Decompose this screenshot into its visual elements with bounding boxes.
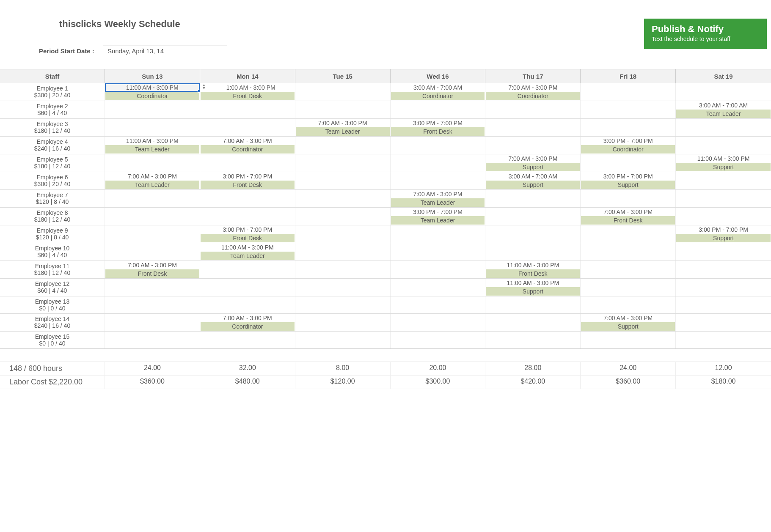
shift-cell[interactable] [676,243,771,261]
shift-cell[interactable] [391,261,486,278]
shift-role[interactable]: Front Desk [581,216,675,225]
shift-cell[interactable] [105,279,200,296]
shift-cell[interactable] [391,296,486,313]
shift-cell[interactable]: 1:00 AM - 3:00 PM▲▼Front Desk [200,83,295,101]
shift-cell[interactable] [105,332,200,348]
shift-cell[interactable] [581,119,676,136]
shift-cell[interactable] [295,261,391,278]
shift-cell[interactable] [391,279,486,296]
shift-time[interactable]: 7:00 AM - 3:00 PM [485,154,580,163]
shift-cell[interactable] [485,190,581,207]
shift-time[interactable]: 11:00 AM - 3:00 PM [200,243,295,252]
shift-time[interactable]: 3:00 PM - 7:00 PM [581,172,675,181]
shift-cell[interactable]: 3:00 AM - 7:00 AMSupport [485,172,581,189]
shift-cell[interactable] [676,137,771,154]
shift-time[interactable]: 7:00 AM - 3:00 PM [200,314,295,322]
shift-cell[interactable] [391,137,486,154]
shift-cell[interactable] [581,190,676,207]
shift-cell[interactable] [391,243,486,261]
shift-time[interactable]: 11:00 AM - 3:00 PM [105,137,200,145]
shift-time[interactable]: 7:00 AM - 3:00 PM [105,261,200,269]
shift-cell[interactable] [295,296,391,313]
shift-time[interactable]: 11:00 AM - 3:00 PM [105,83,200,92]
shift-cell[interactable]: 7:00 AM - 3:00 PMSupport [581,314,676,331]
shift-cell[interactable]: 7:00 AM - 3:00 PMCoordinator [200,314,295,331]
shift-time[interactable]: 7:00 AM - 3:00 PM [485,83,580,92]
shift-cell[interactable] [676,332,771,348]
shift-cell[interactable] [295,83,391,101]
shift-role[interactable]: Front Desk [201,234,295,242]
shift-cell[interactable] [105,225,200,243]
shift-cell[interactable] [676,296,771,313]
shift-time[interactable]: 3:00 PM - 7:00 PM [676,225,771,234]
shift-cell[interactable] [200,101,295,118]
shift-cell[interactable]: 3:00 AM - 7:00 AMTeam Leader [676,101,771,118]
shift-cell[interactable] [200,190,295,207]
shift-time[interactable]: 3:00 PM - 7:00 PM [391,208,485,216]
shift-cell[interactable] [200,279,295,296]
shift-cell[interactable] [485,225,581,243]
shift-cell[interactable] [581,243,676,261]
shift-cell[interactable] [200,261,295,278]
shift-cell[interactable] [295,243,391,261]
shift-cell[interactable] [391,225,486,243]
shift-cell[interactable] [391,314,486,331]
shift-time[interactable]: 3:00 AM - 7:00 AM [485,172,580,181]
shift-cell[interactable]: 7:00 AM - 3:00 PMTeam Leader [295,119,391,136]
shift-cell[interactable]: 11:00 AM - 3:00 PMSupport [676,154,771,172]
shift-time[interactable]: 7:00 AM - 3:00 PM [581,314,675,322]
shift-role[interactable]: Front Desk [486,269,580,278]
shift-cell[interactable] [676,190,771,207]
shift-cell[interactable]: 11:00 AM - 3:00 PMSupport [485,279,581,296]
shift-cell[interactable] [676,208,771,225]
shift-cell[interactable]: 11:00 AM - 3:00 PMTeam Leader [105,137,200,154]
shift-cell[interactable] [581,225,676,243]
shift-cell[interactable] [200,332,295,348]
shift-time[interactable]: 1:00 AM - 3:00 PM▲▼ [200,83,295,92]
shift-cell[interactable] [581,101,676,118]
shift-role[interactable]: Coordinator [201,145,295,154]
shift-cell[interactable] [295,332,391,348]
shift-cell[interactable]: 7:00 AM - 3:00 PMSupport [485,154,581,172]
shift-cell[interactable] [105,208,200,225]
shift-role[interactable]: Support [486,287,580,296]
shift-cell[interactable] [105,119,200,136]
shift-cell[interactable]: 3:00 PM - 7:00 PMSupport [581,172,676,189]
shift-cell[interactable]: 3:00 PM - 7:00 PMTeam Leader [391,208,486,225]
shift-role[interactable]: Coordinator [201,322,295,331]
shift-cell[interactable]: 7:00 AM - 3:00 PMCoordinator [200,137,295,154]
shift-role[interactable]: Team Leader [296,127,390,136]
shift-cell[interactable] [105,101,200,118]
shift-role[interactable]: Front Desk [105,269,199,278]
shift-time[interactable]: 3:00 AM - 7:00 AM [676,101,771,110]
shift-role[interactable]: Coordinator [486,92,580,100]
shift-role[interactable]: Support [486,163,580,171]
shift-role[interactable]: Front Desk [391,127,485,136]
shift-cell[interactable]: 11:00 AM - 3:00 PMFront Desk [485,261,581,278]
shift-cell[interactable] [676,172,771,189]
shift-role[interactable]: Front Desk [201,181,295,189]
shift-time[interactable]: 7:00 AM - 3:00 PM [581,208,675,216]
shift-cell[interactable]: 3:00 AM - 7:00 AMCoordinator [391,83,486,101]
shift-role[interactable]: Coordinator [391,92,485,100]
shift-cell[interactable] [676,83,771,101]
shift-time[interactable]: 3:00 AM - 7:00 AM [391,83,485,92]
shift-role[interactable]: Support [581,181,675,189]
shift-cell[interactable] [295,208,391,225]
shift-cell[interactable] [200,154,295,172]
shift-cell[interactable]: 7:00 AM - 3:00 PMTeam Leader [105,172,200,189]
shift-time[interactable]: 11:00 AM - 3:00 PM [485,279,580,287]
shift-cell[interactable] [581,261,676,278]
shift-cell[interactable] [676,314,771,331]
shift-cell[interactable]: 11:00 AM - 3:00 PMTeam Leader [200,243,295,261]
shift-role[interactable]: Team Leader [391,216,485,225]
shift-time[interactable]: 7:00 AM - 3:00 PM [105,172,200,181]
shift-cell[interactable]: 7:00 AM - 3:00 PMCoordinator [485,83,581,101]
shift-cell[interactable] [200,119,295,136]
period-start-input[interactable] [103,46,227,56]
shift-cell[interactable] [485,137,581,154]
shift-cell[interactable] [581,332,676,348]
shift-cell[interactable]: 3:00 PM - 7:00 PMFront Desk [391,119,486,136]
shift-cell[interactable] [200,296,295,313]
shift-role[interactable]: Support [581,322,675,331]
